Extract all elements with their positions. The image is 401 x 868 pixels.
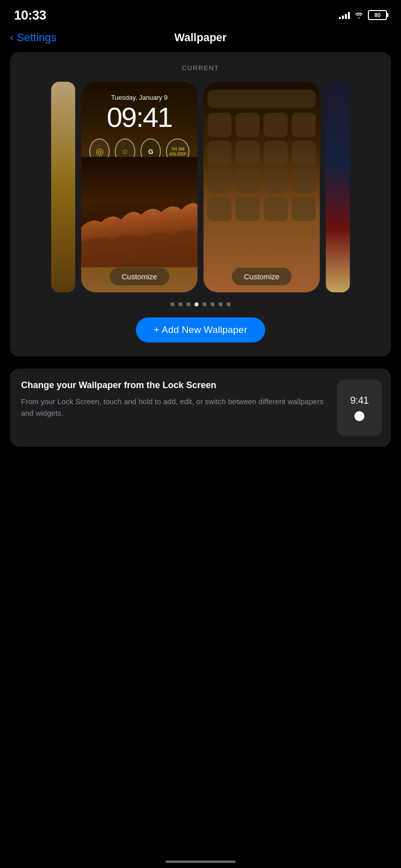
wifi-icon — [354, 11, 364, 19]
carousel-peek-left — [51, 82, 75, 292]
dot-8 — [227, 302, 231, 306]
dot-7 — [219, 302, 223, 306]
current-label: CURRENT — [20, 64, 381, 72]
status-time: 10:33 — [14, 8, 46, 23]
add-wallpaper-button[interactable]: + Add New Wallpaper — [136, 317, 265, 342]
battery-icon: 80 — [368, 10, 387, 20]
mini-lock-preview: 9:41 — [337, 380, 382, 436]
signal-icon — [339, 11, 350, 19]
dot-1 — [170, 302, 174, 306]
rock-landscape — [81, 157, 197, 267]
home-app-icon — [208, 141, 232, 165]
wallpaper-carousel[interactable]: Tuesday, January 9 09:41 ◎ ○ G 7H 3M4SLE… — [20, 82, 381, 292]
lock-date: Tuesday, January 9 — [89, 94, 189, 101]
chevron-left-icon: ‹ — [10, 31, 14, 44]
home-indicator — [165, 860, 236, 863]
dot-4-active — [194, 302, 198, 306]
mini-lock-dot — [354, 411, 364, 421]
page-title: Wallpaper — [174, 31, 227, 44]
carousel-peek-right — [326, 82, 350, 292]
home-app-grid-row1 — [208, 113, 316, 137]
back-button[interactable]: ‹ Settings — [10, 31, 57, 44]
home-app-icon — [236, 141, 260, 165]
home-app-icon — [236, 113, 260, 137]
home-app-icon — [208, 113, 232, 137]
dot-6 — [211, 302, 215, 306]
home-app-grid-row3 — [208, 169, 316, 193]
dot-3 — [186, 302, 190, 306]
info-description: From your Lock Screen, touch and hold to… — [21, 396, 329, 419]
home-app-grid-row2 — [208, 141, 316, 165]
nav-header: ‹ Settings Wallpaper — [0, 27, 401, 52]
status-bar: 10:33 80 — [0, 0, 401, 27]
home-search-bar — [208, 90, 316, 108]
back-label: Settings — [17, 31, 57, 44]
home-app-icon — [264, 169, 288, 193]
main-content: CURRENT Tuesday, January 9 09:41 ◎ ○ G 7… — [0, 52, 401, 447]
dot-5 — [203, 302, 207, 306]
home-app-icon — [264, 197, 288, 221]
info-text: Change your Wallpaper from the Lock Scre… — [21, 380, 329, 419]
home-app-icon — [292, 197, 316, 221]
info-card: Change your Wallpaper from the Lock Scre… — [10, 369, 391, 447]
lock-screen-content: Tuesday, January 9 09:41 ◎ ○ G 7H 3M4SLE… — [81, 82, 197, 292]
lock-screen-preview[interactable]: Tuesday, January 9 09:41 ◎ ○ G 7H 3M4SLE… — [81, 82, 197, 292]
home-app-icon — [264, 113, 288, 137]
home-app-grid-row4 — [208, 197, 316, 221]
home-app-icon — [236, 197, 260, 221]
home-app-icon — [264, 141, 288, 165]
home-screen-preview[interactable]: Customize — [204, 82, 320, 292]
home-customize-button[interactable]: Customize — [232, 268, 292, 285]
home-app-icon — [292, 169, 316, 193]
home-app-icon — [292, 113, 316, 137]
home-app-icon — [208, 197, 232, 221]
home-app-icon — [292, 141, 316, 165]
wallpaper-card: CURRENT Tuesday, January 9 09:41 ◎ ○ G 7… — [10, 52, 391, 357]
pagination-dots — [20, 302, 381, 306]
lock-time: 09:41 — [89, 103, 189, 131]
home-screen-content — [204, 82, 320, 292]
info-title: Change your Wallpaper from the Lock Scre… — [21, 380, 329, 391]
dot-2 — [178, 302, 182, 306]
status-icons: 80 — [339, 10, 387, 20]
home-app-icon — [236, 169, 260, 193]
lock-customize-button[interactable]: Customize — [110, 268, 169, 285]
home-app-icon — [208, 169, 232, 193]
mini-lock-time: 9:41 — [350, 395, 369, 406]
